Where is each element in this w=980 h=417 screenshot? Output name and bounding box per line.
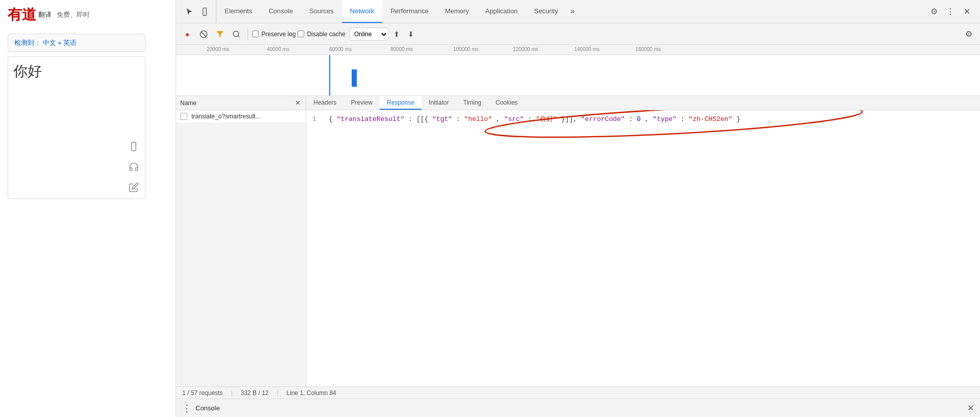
youdao-logo-text: 有道 <box>8 5 36 24</box>
json-colon-4: : <box>629 115 633 123</box>
name-col-label: Name <box>180 100 293 107</box>
status-bar: 1 / 57 requests | 332 B / 12 | Line 1, C… <box>176 386 980 399</box>
record-button[interactable]: ● <box>180 27 194 41</box>
timeline-area: 20000 ms 40000 ms 60000 ms 80000 ms 1000… <box>176 45 980 96</box>
devtools-panel: Elements Console Sources Network Perform… <box>176 0 980 417</box>
tab-sources[interactable]: Sources <box>301 0 342 23</box>
lang-detect-label: 检测到： <box>14 39 41 46</box>
request-item[interactable]: translate_o?smartresult... <box>176 110 306 122</box>
tab-performance[interactable]: Performance <box>382 0 436 23</box>
search-button[interactable] <box>229 27 243 41</box>
disable-cache-checkbox[interactable]: Disable cache <box>298 31 345 38</box>
json-colon-2: : <box>456 115 460 123</box>
lang-to[interactable]: 英语 <box>63 39 77 46</box>
download-icon[interactable]: ⬇ <box>405 28 417 40</box>
tab-security[interactable]: Security <box>526 0 566 23</box>
preserve-log-checkbox[interactable]: Preserve log <box>252 31 296 38</box>
devtools-cursor-icons <box>178 0 216 23</box>
tick-160000: 160000 ms <box>635 46 660 52</box>
tick-20000: 20000 ms <box>207 46 229 52</box>
tab-initiator[interactable]: Initiator <box>422 96 456 110</box>
devtools-menu-icon[interactable]: ⋮ <box>943 5 958 19</box>
tab-timing[interactable]: Timing <box>456 96 488 110</box>
mobile-device-icon[interactable] <box>198 5 212 19</box>
tick-80000: 80000 ms <box>390 46 413 52</box>
network-settings-icon[interactable]: ⚙ <box>962 27 976 41</box>
detail-pane: Headers Preview Response Initiator Timin… <box>306 96 980 386</box>
cursor-icon[interactable] <box>182 5 197 19</box>
console-label[interactable]: Console <box>195 404 220 412</box>
tick-140000: 140000 ms <box>574 46 599 52</box>
json-comma-2: , <box>645 115 649 123</box>
network-toolbar: ● Preserve log Disable cache Online Fast… <box>176 23 980 45</box>
mobile-icon[interactable] <box>128 140 140 153</box>
request-checkbox[interactable] <box>180 113 187 120</box>
filter-button[interactable] <box>213 27 227 41</box>
input-text[interactable]: 你好 <box>13 62 140 81</box>
upload-icon[interactable]: ⬆ <box>390 28 403 40</box>
tab-network[interactable]: Network <box>342 0 383 23</box>
requests-count: 1 / 57 requests <box>182 389 223 397</box>
position-info: Line 1, Column 84 <box>286 389 336 397</box>
request-name: translate_o?smartresult... <box>191 113 302 120</box>
tab-application[interactable]: Application <box>477 0 526 23</box>
lang-detect-bar: 检测到： 中文 » 英语 <box>8 34 145 52</box>
tab-headers[interactable]: Headers <box>306 96 344 110</box>
console-bar: ⋮ Console ✕ <box>176 399 980 417</box>
tab-more[interactable]: » <box>566 0 579 23</box>
tab-preview[interactable]: Preview <box>344 96 380 110</box>
console-close-icon[interactable]: ✕ <box>967 403 974 413</box>
disable-cache-input[interactable] <box>298 31 304 37</box>
input-icons <box>128 140 140 193</box>
edit-icon[interactable] <box>128 181 140 193</box>
json-comma-1: , <box>496 115 500 123</box>
lang-from[interactable]: 中文 <box>43 39 56 46</box>
preserve-log-input[interactable] <box>252 31 259 37</box>
detail-tabs: Headers Preview Response Initiator Timin… <box>306 96 980 110</box>
tab-elements[interactable]: Elements <box>216 0 260 23</box>
tab-response[interactable]: Response <box>380 96 422 110</box>
json-colon-5: : <box>680 115 684 123</box>
tick-120000: 120000 ms <box>513 46 538 52</box>
timeline-ruler: 20000 ms 40000 ms 60000 ms 80000 ms 1000… <box>176 45 980 55</box>
json-key-errorcode: "errorCode" <box>581 115 625 123</box>
request-list-header: Name ✕ <box>176 96 306 110</box>
status-sep-2: | <box>277 389 278 397</box>
size-info: 332 B / 12 <box>241 389 269 397</box>
timeline-cursor <box>329 55 330 96</box>
svg-line-5 <box>201 32 206 36</box>
youdao-tagline: 免费、即时 <box>57 10 90 19</box>
devtools-body: Name ✕ translate_o?smartresult... Header… <box>176 96 980 417</box>
status-sep-1: | <box>231 389 232 397</box>
preserve-log-label: Preserve log <box>261 31 296 38</box>
tab-memory[interactable]: Memory <box>437 0 477 23</box>
svg-rect-2 <box>203 8 207 15</box>
tick-40000: 40000 ms <box>267 46 289 52</box>
request-list-close[interactable]: ✕ <box>293 99 302 107</box>
svg-line-8 <box>238 36 239 37</box>
lang-arrow: » <box>58 39 63 46</box>
json-val-0: 0 <box>637 115 641 123</box>
clear-button[interactable] <box>197 27 211 41</box>
line-content: { "translateResult" : [[{ "tgt" : "hello… <box>329 114 741 125</box>
svg-point-7 <box>233 31 239 37</box>
console-dots[interactable]: ⋮ <box>182 403 191 414</box>
devtools-close-icon[interactable]: ✕ <box>960 5 974 19</box>
throttle-group: Online Fast 3G Slow 3G Offline <box>350 28 388 41</box>
json-val-hello: "hello" <box>464 115 492 123</box>
throttle-select[interactable]: Online Fast 3G Slow 3G Offline <box>350 28 388 41</box>
line-number: 1 <box>312 114 323 125</box>
youdao-logo: 有道 翻译 <box>8 5 52 24</box>
tab-console[interactable]: Console <box>260 0 301 23</box>
json-colon-3: : <box>528 115 532 123</box>
devtools-settings-icon[interactable]: ⚙ <box>927 5 941 19</box>
json-arr-open: [[{ <box>416 115 428 123</box>
request-list-pane: Name ✕ translate_o?smartresult... <box>176 96 306 386</box>
youdao-header: 有道 翻译 免费、即时 <box>0 0 176 30</box>
headset-icon[interactable] <box>128 161 140 173</box>
translate-input-area[interactable]: 你好 <box>8 56 145 199</box>
response-content: 1 { "translateResult" : [[{ "tgt" : "hel… <box>306 110 980 386</box>
tab-cookies[interactable]: Cookies <box>488 96 525 110</box>
devtools-topbar: Elements Console Sources Network Perform… <box>176 0 980 23</box>
devtools-tab-list: Elements Console Sources Network Perform… <box>216 0 923 23</box>
